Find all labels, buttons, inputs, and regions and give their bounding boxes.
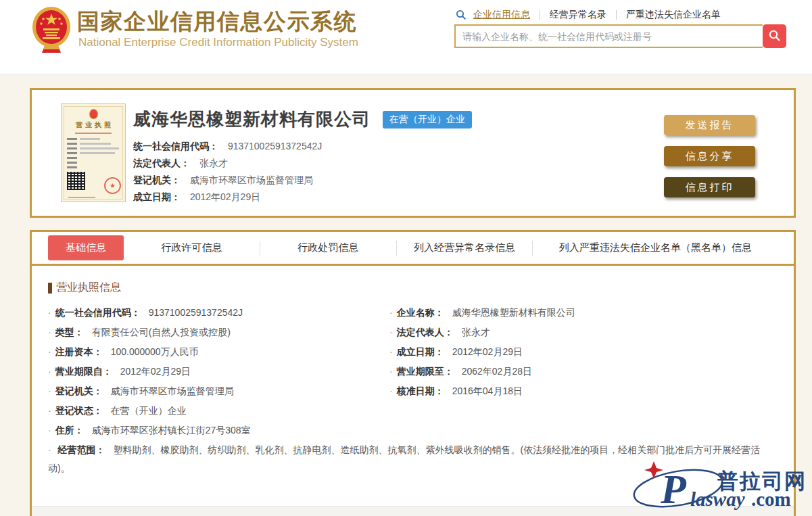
license-seal-icon: ★ xyxy=(104,177,121,194)
detail-row-founded: 成立日期：2012年02月29日 xyxy=(389,342,778,362)
company-info: 威海华恩橡塑新材料有限公司 在营（开业）企业 统一社会信用代码： 9137100… xyxy=(133,108,611,206)
section-title: 营业执照信息 xyxy=(48,281,778,295)
tab-basic-info[interactable]: 基础信息 xyxy=(48,235,124,260)
company-name: 威海华恩橡塑新材料有限公司 xyxy=(133,108,371,131)
national-emblem-logo xyxy=(31,5,72,55)
section-title-bar xyxy=(48,283,52,294)
detail-row-term-from: 营业期限自：2012年02月29日 xyxy=(48,362,389,381)
detail-row-registry: 登记机关：威海市环翠区市场监督管理局 xyxy=(48,381,389,401)
tab-abnormal-list[interactable]: 列入经营异常名录信息 xyxy=(397,241,533,254)
action-buttons: 发送报告 信息分享 信息打印 xyxy=(664,115,755,208)
detail-row-status: 登记状态：在营（开业）企业 xyxy=(48,401,389,421)
summary-field-founded: 成立日期： 2012年02月29日 xyxy=(133,189,611,206)
business-license-thumbnail: 营业执照 ★ xyxy=(61,103,126,202)
search-icon xyxy=(456,9,467,20)
detail-right-column: 企业名称：威海华恩橡塑新材料有限公司 法定代表人：张永才 成立日期：2012年0… xyxy=(389,303,778,440)
detail-row-address: 住所：威海市环翠区张村镇长江街27号308室 xyxy=(48,421,389,440)
status-badge: 在营（开业）企业 xyxy=(383,111,472,128)
watermark-dot: .com xyxy=(751,488,791,510)
print-info-button[interactable]: 信息打印 xyxy=(664,177,755,197)
site-title: 国家企业信用信息公示系统 xyxy=(77,7,357,37)
watermark-p: P xyxy=(660,466,687,512)
nav-link-blacklist[interactable]: 严重违法失信企业名单 xyxy=(626,9,721,21)
detail-row-term-to: 营业期限至：2062年02月28日 xyxy=(389,362,778,381)
summary-field-registry: 登记机关： 威海市环翠区市场监督管理局 xyxy=(133,172,611,189)
detail-row-type: 类型：有限责任公司(自然人投资或控股) xyxy=(48,323,389,342)
share-info-button[interactable]: 信息分享 xyxy=(664,146,755,166)
tab-admin-license[interactable]: 行政许可信息 xyxy=(124,241,260,254)
detail-row-company-name: 企业名称：威海华恩橡塑新材料有限公司 xyxy=(389,303,778,323)
tab-blacklist[interactable]: 列入严重违法失信企业名单（黑名单）信息 xyxy=(533,241,778,254)
nav-link-enterprise-credit[interactable]: 企业信用信息 xyxy=(473,9,530,21)
detail-row-credit-code: 统一社会信用代码：91371002591372542J xyxy=(48,303,389,323)
detail-left-column: 统一社会信用代码：91371002591372542J 类型：有限责任公司(自然… xyxy=(48,303,389,440)
nav-link-abnormal-list[interactable]: 经营异常名录 xyxy=(550,9,606,21)
search-input[interactable] xyxy=(454,24,763,48)
detail-row-approval-date: 核准日期：2016年04月18日 xyxy=(389,381,778,401)
site-subtitle: National Enterprise Credit Information P… xyxy=(78,36,358,49)
search-bar xyxy=(454,24,786,48)
summary-field-credit-code: 统一社会信用代码： 91371002591372542J xyxy=(133,138,611,155)
nav-divider xyxy=(540,10,540,20)
nav-divider xyxy=(616,10,617,20)
license-qr-code xyxy=(67,172,85,190)
plasway-watermark-logo: P 普拉司网 lasway .com xyxy=(631,460,812,513)
search-type-nav: 企业信用信息 经营异常名录 严重违法失信企业名单 xyxy=(456,9,721,21)
tab-bar: 基础信息 行政许可信息 行政处罚信息 列入经营异常名录信息 列入严重违法失信企业… xyxy=(32,232,794,266)
detail-row-capital: 注册资本：100.000000万人民币 xyxy=(48,342,389,362)
summary-field-legal-rep: 法定代表人： 张永才 xyxy=(133,155,611,172)
license-subtitle-line xyxy=(75,133,112,134)
tab-admin-penalty[interactable]: 行政处罚信息 xyxy=(260,241,396,254)
license-footer-line xyxy=(68,197,95,198)
site-header: 国家企业信用信息公示系统 National Enterprise Credit … xyxy=(0,0,812,74)
detail-row-legal-rep: 法定代表人：张永才 xyxy=(389,323,778,342)
license-title: 营业执照 xyxy=(62,120,125,130)
watermark-rest: lasway xyxy=(690,488,745,510)
company-summary-card: 营业执照 ★ 威海华恩橡塑新材料有限公司 在营（开业）企业 统一社会信用代码： … xyxy=(30,88,796,218)
search-button-icon xyxy=(768,29,781,44)
license-emblem-icon xyxy=(89,109,98,119)
search-button[interactable] xyxy=(763,24,786,48)
license-detail-section: 营业执照信息 统一社会信用代码：91371002591372542J 类型：有限… xyxy=(32,266,794,477)
send-report-button[interactable]: 发送报告 xyxy=(664,115,755,135)
